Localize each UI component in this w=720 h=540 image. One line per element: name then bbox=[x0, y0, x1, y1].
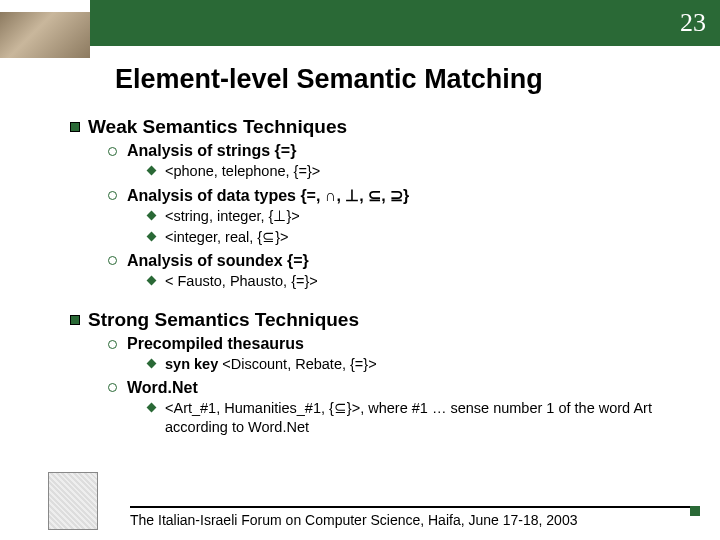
circle-bullet-icon bbox=[108, 383, 117, 392]
list-item: Word.Net bbox=[108, 379, 680, 397]
header-bar: 23 bbox=[90, 0, 720, 46]
section-heading: Strong Semantics Techniques bbox=[70, 309, 680, 331]
circle-bullet-icon bbox=[108, 191, 117, 200]
footer-divider bbox=[130, 506, 700, 508]
sub-label: <phone, telephone, {=}> bbox=[165, 162, 320, 182]
square-bullet-icon bbox=[70, 315, 80, 325]
sub-item: < Fausto, Phausto, {=}> bbox=[148, 272, 680, 292]
circle-bullet-icon bbox=[108, 256, 117, 265]
list-item: Analysis of strings {=} bbox=[108, 142, 680, 160]
list-item: Precompiled thesaurus bbox=[108, 335, 680, 353]
diamond-bullet-icon bbox=[147, 232, 157, 242]
section-label: Strong Semantics Techniques bbox=[88, 309, 359, 331]
sub-label: <Art_#1, Humanities_#1, {⊆}>, where #1 …… bbox=[165, 399, 680, 438]
sub-item: <Art_#1, Humanities_#1, {⊆}>, where #1 …… bbox=[148, 399, 680, 438]
item-label: Precompiled thesaurus bbox=[127, 335, 304, 353]
sub-item: syn key <Discount, Rebate, {=}> bbox=[148, 355, 680, 375]
slide-header: 23 bbox=[0, 0, 720, 60]
sub-rest: <Discount, Rebate, {=}> bbox=[218, 356, 376, 372]
footer-accent-icon bbox=[690, 506, 700, 516]
footer-text: The Italian-Israeli Forum on Computer Sc… bbox=[130, 512, 577, 528]
diamond-bullet-icon bbox=[147, 402, 157, 412]
slide-footer: The Italian-Israeli Forum on Computer Sc… bbox=[130, 506, 700, 528]
item-label: Analysis of data types {=, ∩, ⊥, ⊆, ⊇} bbox=[127, 186, 409, 205]
slide-title: Element-level Semantic Matching bbox=[115, 64, 543, 95]
square-bullet-icon bbox=[70, 122, 80, 132]
sub-item: <integer, real, {⊆}> bbox=[148, 228, 680, 248]
list-item: Analysis of data types {=, ∩, ⊥, ⊆, ⊇} bbox=[108, 186, 680, 205]
diamond-bullet-icon bbox=[147, 210, 157, 220]
sub-label: <integer, real, {⊆}> bbox=[165, 228, 288, 248]
keyword: syn key bbox=[165, 356, 218, 372]
sub-label: syn key <Discount, Rebate, {=}> bbox=[165, 355, 377, 375]
section-heading: Weak Semantics Techniques bbox=[70, 116, 680, 138]
sub-label: <string, integer, {⊥}> bbox=[165, 207, 300, 227]
circle-bullet-icon bbox=[108, 147, 117, 156]
diamond-bullet-icon bbox=[147, 275, 157, 285]
page-number: 23 bbox=[680, 8, 706, 38]
header-image bbox=[0, 12, 90, 58]
institution-logo bbox=[48, 472, 98, 530]
diamond-bullet-icon bbox=[147, 166, 157, 176]
item-label: Analysis of soundex {=} bbox=[127, 252, 309, 270]
sub-item: <string, integer, {⊥}> bbox=[148, 207, 680, 227]
sub-item: <phone, telephone, {=}> bbox=[148, 162, 680, 182]
list-item: Analysis of soundex {=} bbox=[108, 252, 680, 270]
section-label: Weak Semantics Techniques bbox=[88, 116, 347, 138]
circle-bullet-icon bbox=[108, 340, 117, 349]
sub-label: < Fausto, Phausto, {=}> bbox=[165, 272, 318, 292]
item-label: Word.Net bbox=[127, 379, 198, 397]
slide-content: Weak Semantics Techniques Analysis of st… bbox=[70, 110, 680, 440]
item-label: Analysis of strings {=} bbox=[127, 142, 296, 160]
diamond-bullet-icon bbox=[147, 359, 157, 369]
